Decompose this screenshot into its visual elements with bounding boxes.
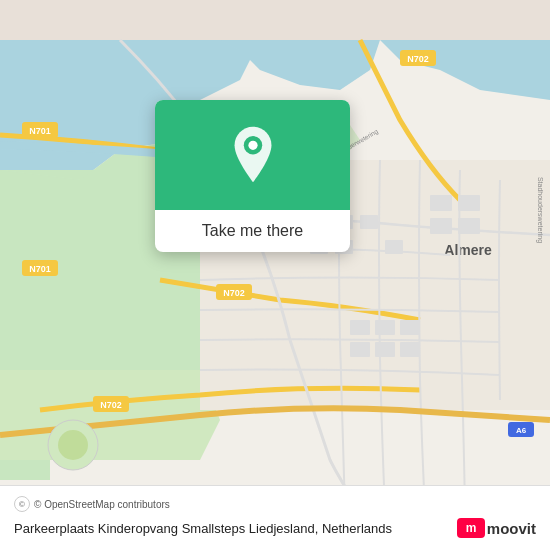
bottom-info-bar: © © OpenStreetMap contributors Parkeerpl…	[0, 485, 550, 550]
svg-rect-41	[400, 320, 420, 335]
location-name: Parkeerplaats Kinderopvang Smallsteps Li…	[14, 521, 392, 536]
attribution-row: © © OpenStreetMap contributors	[14, 496, 536, 512]
svg-point-47	[248, 141, 257, 150]
osm-logo: ©	[14, 496, 30, 512]
svg-rect-31	[360, 215, 378, 229]
svg-text:N702: N702	[407, 54, 429, 64]
svg-text:m: m	[465, 521, 476, 535]
svg-text:N701: N701	[29, 126, 51, 136]
moovit-text: moovit	[487, 520, 536, 537]
svg-text:N702: N702	[223, 288, 245, 298]
svg-text:A6: A6	[516, 426, 527, 435]
popup-button-section[interactable]: Take me there	[155, 210, 350, 252]
svg-rect-42	[350, 342, 370, 357]
svg-rect-37	[430, 218, 452, 234]
svg-text:N701: N701	[29, 264, 51, 274]
svg-rect-40	[375, 320, 395, 335]
location-country: Netherlands	[322, 521, 392, 536]
take-me-there-button[interactable]: Take me there	[202, 222, 303, 240]
svg-rect-35	[430, 195, 452, 211]
svg-rect-36	[458, 195, 480, 211]
svg-rect-39	[350, 320, 370, 335]
map-background: N701 N701 N702 N702 N702 Almere	[0, 0, 550, 550]
svg-rect-43	[375, 342, 395, 357]
popup-green-header	[155, 100, 350, 210]
svg-text:N702: N702	[100, 400, 122, 410]
attribution-text: © OpenStreetMap contributors	[34, 499, 170, 510]
popup-card: Take me there	[155, 100, 350, 252]
svg-text:Almere: Almere	[444, 242, 492, 258]
moovit-logo: m moovit	[457, 518, 536, 538]
svg-point-26	[58, 430, 88, 460]
moovit-icon-svg: m	[457, 518, 485, 538]
svg-rect-38	[458, 218, 480, 234]
svg-text:Stadhouderswetering: Stadhouderswetering	[536, 177, 544, 243]
svg-rect-44	[400, 342, 420, 357]
svg-rect-34	[385, 240, 403, 254]
location-pin-icon	[228, 125, 278, 185]
map-container: N701 N701 N702 N702 N702 Almere	[0, 0, 550, 550]
location-info-row: Parkeerplaats Kinderopvang Smallsteps Li…	[14, 518, 536, 538]
